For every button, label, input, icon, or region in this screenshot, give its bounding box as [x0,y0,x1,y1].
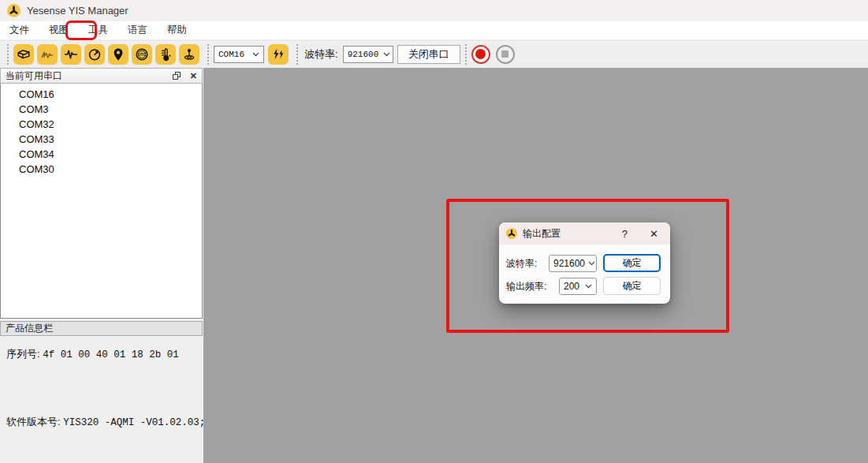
workspace: 输出配置 ? ✕ 波特率: 921600 确定 输出频率: 200 [203,68,868,463]
dialog-freq-label: 输出频率: [506,278,546,295]
firmware-version-label: 软件版本号: [6,416,61,428]
output-config-dialog: 输出配置 ? ✕ 波特率: 921600 确定 输出频率: 200 [499,222,670,304]
menu-file[interactable]: 文件 [8,23,31,38]
app-window: Yesense YIS Manager 文件 视图 工具 语言 帮助 [0,0,868,463]
chevron-down-icon [248,52,259,57]
ports-panel-title: 当前可用串口 [6,69,62,83]
gauge-button[interactable] [84,44,105,65]
menu-help[interactable]: 帮助 [166,23,188,38]
chevron-down-icon [378,52,390,57]
dialog-baud-select[interactable]: 921600 [549,255,597,272]
app-logo-icon [7,4,20,17]
serial-number-label: 序列号: [6,348,40,360]
dialog-logo-icon [506,228,517,239]
angle-waveform-button[interactable] [37,44,58,65]
list-item-port[interactable]: COM32 [1,117,202,132]
toolbar-drag-handle[interactable] [207,44,209,65]
dialog-close-button[interactable]: ✕ [646,228,661,240]
3d-box-button[interactable] [13,44,34,65]
serial-port-list: COM16 COM3 COM32 COM33 COM34 COM30 [0,84,203,319]
dialog-title-bar[interactable]: 输出配置 ? ✕ [499,222,670,245]
port-select[interactable]: COM16 [214,46,264,63]
menu-tools[interactable]: 工具 [87,23,110,38]
ports-panel-header: 当前可用串口 ✕ [0,68,203,84]
product-info-title: 产品信息栏 [6,322,53,335]
toolbar: UTC COM16 [0,39,868,68]
refresh-ports-icon [271,47,285,62]
dialog-title: 输出配置 [523,227,561,241]
stop-button[interactable] [496,45,515,64]
baud-rate-value: 921600 [348,50,379,59]
close-serial-port-button[interactable]: 关闭串口 [397,45,460,64]
waveform-icon [64,47,78,62]
serial-number-value: 4f 01 00 40 01 18 2b 01 [43,349,179,360]
chevron-down-icon [585,261,595,266]
menu-view[interactable]: 视图 [47,23,70,38]
location-button[interactable] [108,44,129,65]
gauge-icon [88,47,102,62]
stop-icon [501,50,509,58]
window-title: Yesense YIS Manager [27,5,129,17]
baud-rate-label: 波特率: [304,47,338,62]
list-item-port[interactable]: COM34 [1,147,202,162]
list-item-port[interactable]: COM30 [1,162,202,177]
baud-rate-select[interactable]: 921600 [343,46,393,63]
dialog-baud-label: 波特率: [506,255,537,272]
port-select-value: COM16 [218,50,244,59]
location-pin-icon [111,47,125,62]
sidebar: 当前可用串口 ✕ COM16 COM3 COM32 COM33 COM34 CO… [0,68,203,463]
joystick-button[interactable] [179,44,199,65]
utc-clock-icon: UTC [135,47,149,62]
toolbar-drag-handle[interactable] [465,44,467,65]
thermometer-icon [158,47,173,62]
content-area: 当前可用串口 ✕ COM16 COM3 COM32 COM33 COM34 CO… [0,68,868,463]
dialog-freq-select[interactable]: 200 [559,278,597,295]
3d-box-icon [17,47,31,62]
dialog-help-button[interactable]: ? [619,228,631,240]
firmware-version-row: 软件版本号: YIS320 -AQMI -V01.02.03; [6,415,205,429]
toolbar-drag-handle[interactable] [296,44,298,65]
svg-text:UTC: UTC [138,52,147,56]
angle-waveform-icon [40,47,54,62]
product-info-header: 产品信息栏 [0,321,203,336]
menu-bar: 文件 视图 工具 语言 帮助 [0,21,868,39]
menu-language[interactable]: 语言 [126,23,149,38]
float-panel-icon[interactable] [172,71,181,80]
record-button[interactable] [471,45,490,64]
record-icon [475,49,486,59]
dialog-baud-ok-button[interactable]: 确定 [603,254,661,272]
dialog-freq-value: 200 [564,281,579,292]
waveform-button[interactable] [61,44,81,65]
list-item-port[interactable]: COM3 [1,102,202,117]
utc-clock-button[interactable]: UTC [132,44,152,65]
product-info-body: 序列号: 4f 01 00 40 01 18 2b 01 软件版本号: YIS3… [0,336,203,463]
list-item-port[interactable]: COM33 [1,132,202,147]
list-item-port[interactable]: COM16 [1,87,202,102]
joystick-icon [182,47,196,62]
firmware-version-value: YIS320 -AQMI -V01.02.03; [63,417,205,428]
toolbar-drag-handle[interactable] [7,44,9,65]
dialog-baud-value: 921600 [553,258,585,269]
chevron-down-icon [582,284,592,289]
thermometer-button[interactable] [155,44,176,65]
refresh-ports-button[interactable] [268,44,289,65]
dialog-freq-ok-button[interactable]: 确定 [603,277,661,295]
serial-number-row: 序列号: 4f 01 00 40 01 18 2b 01 [6,347,179,361]
close-panel-icon[interactable]: ✕ [190,72,197,80]
title-bar: Yesense YIS Manager [0,0,868,21]
